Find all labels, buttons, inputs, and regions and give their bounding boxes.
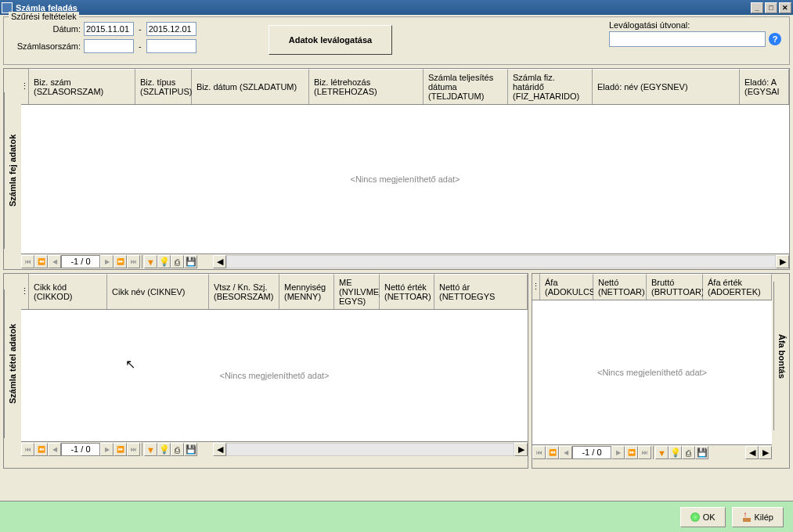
grid2-col[interactable]: Vtsz / Kn. Szj. (BESORSZAM) <box>209 274 279 309</box>
nav-next-icon[interactable]: ▶ <box>611 446 625 459</box>
print-icon[interactable]: ⎙ <box>171 443 184 456</box>
ok-button[interactable]: OK <box>680 507 726 527</box>
nav-prevpg-icon[interactable]: ⏪ <box>546 446 559 459</box>
save-icon[interactable]: 💾 <box>695 446 708 459</box>
row-selector-icon[interactable]: ⋮ <box>21 69 29 104</box>
nav-next-icon[interactable]: ▶ <box>100 255 114 268</box>
grid2-col[interactable]: ME (NYILVME_MERTEK EGYS) <box>334 274 380 309</box>
nav-nextpg-icon[interactable]: ⏩ <box>114 255 127 268</box>
scroll-right-icon[interactable]: ▶ <box>514 443 528 456</box>
nav-nextpg-icon[interactable]: ⏩ <box>114 443 127 456</box>
nav-first-icon[interactable]: ⏮ <box>532 446 546 459</box>
grid1-tab[interactable]: Számla fej adatok <box>4 92 20 249</box>
nav-counter: -1 / 0 <box>61 255 100 268</box>
grid1-header: ⋮ Biz. szám (SZLASORSZAM) Biz. típus (SZ… <box>21 69 789 105</box>
nav-prev-icon[interactable]: ◀ <box>48 443 61 456</box>
grid1-panel: Számla fej adatok ⋮ Biz. szám (SZLASORSZ… <box>3 68 790 270</box>
grid3-empty: <Nincs megjeleníthető adat> <box>597 368 707 377</box>
grid2-col[interactable]: Cikk név (CIKNEV) <box>107 274 209 309</box>
date-label: Dátum: <box>10 24 81 34</box>
grid1-col[interactable]: Biz. létrehozás (LETREHOZAS) <box>309 69 424 104</box>
filter-fieldset: Szűrési feltételek Dátum: - Számlasorszá… <box>3 16 790 65</box>
fetch-button[interactable]: Adatok leválogatása <box>269 25 392 55</box>
footer: OK Kilép <box>0 501 793 532</box>
dash: - <box>139 41 142 51</box>
dash: - <box>139 24 142 34</box>
path-input[interactable] <box>609 31 766 47</box>
nav-first-icon[interactable]: ⏮ <box>21 255 34 268</box>
nav-counter: -1 / 0 <box>572 446 611 459</box>
ok-icon <box>690 512 700 522</box>
scroll-right-icon[interactable]: ▶ <box>759 446 772 459</box>
grid2-col[interactable]: Cikk kód (CIKKOD) <box>29 274 107 309</box>
close-button[interactable]: ✕ <box>779 2 791 13</box>
row-selector-icon[interactable]: ⋮ <box>532 274 540 300</box>
maximize-button[interactable]: □ <box>765 2 777 13</box>
exit-button[interactable]: Kilép <box>732 507 784 527</box>
grid1-col[interactable]: Eladó: A (EGYSAI <box>740 69 789 104</box>
grid1-col[interactable]: Biz. típus (SZLATIPUS) <box>135 69 192 104</box>
grid3-col[interactable]: Áfa (ADOKULCS) <box>540 274 593 300</box>
scroll-track[interactable] <box>226 255 776 268</box>
hscroll[interactable]: ◀ ▶ <box>213 443 528 456</box>
grid3-tab[interactable]: Áfa bontás <box>773 282 789 430</box>
nav-prevpg-icon[interactable]: ⏪ <box>34 255 48 268</box>
bulb-icon[interactable]: 💡 <box>157 443 171 456</box>
minimize-button[interactable]: _ <box>751 2 763 13</box>
nav-prev-icon[interactable]: ◀ <box>48 255 61 268</box>
nav-prev-icon[interactable]: ◀ <box>559 446 572 459</box>
hscroll[interactable]: ◀ ▶ <box>213 255 789 268</box>
invno-to-input[interactable] <box>146 39 196 53</box>
titlebar: Számla feladás _ □ ✕ <box>0 0 793 15</box>
date-to-input[interactable] <box>146 22 196 36</box>
nav-next-icon[interactable]: ▶ <box>100 443 114 456</box>
grid2-col[interactable]: Nettó érték (NETTOAR) <box>380 274 434 309</box>
filter-icon[interactable]: ▼ <box>144 255 157 268</box>
grid1-col[interactable]: Számla teljesítés dátuma (TELJDATUM) <box>424 69 508 104</box>
invno-from-input[interactable] <box>84 39 134 53</box>
nav-last-icon[interactable]: ⏭ <box>127 255 140 268</box>
help-icon[interactable]: ? <box>769 33 781 45</box>
grid1-col[interactable]: Biz. szám (SZLASORSZAM) <box>29 69 135 104</box>
grid2-body: <Nincs megjeleníthető adat> <box>21 310 528 441</box>
nav-first-icon[interactable]: ⏮ <box>21 443 34 456</box>
grid2-tab[interactable]: Számla tétel adatok <box>4 289 20 438</box>
grid3-body: <Nincs megjeleníthető adat> <box>532 300 772 444</box>
grid1-nav: ⏮ ⏪ ◀ -1 / 0 ▶ ⏩ ⏭ ▼ 💡 ⎙ 💾 ◀ ▶ <box>21 253 789 269</box>
path-label: Leválogatási útvonal: <box>609 20 781 30</box>
window-title: Számla feladás <box>16 3 749 13</box>
grid3-col[interactable]: Áfa érték (ADOERTEK) <box>703 274 772 300</box>
bulb-icon[interactable]: 💡 <box>669 446 682 459</box>
grid3-header: ⋮ Áfa (ADOKULCS) Nettó (NETTOAR) Bruttó … <box>532 274 772 300</box>
save-icon[interactable]: 💾 <box>184 443 197 456</box>
print-icon[interactable]: ⎙ <box>682 446 695 459</box>
date-from-input[interactable] <box>84 22 134 36</box>
grid1-col[interactable]: Eladó: név (EGYSNEV) <box>593 69 740 104</box>
row-selector-icon[interactable]: ⋮ <box>21 274 29 309</box>
grid2-col[interactable]: Mennyiség (MENNY) <box>279 274 334 309</box>
grid1-col[interactable]: Biz. dátum (SZLADATUM) <box>192 69 309 104</box>
scroll-track[interactable] <box>226 443 514 456</box>
scroll-left-icon[interactable]: ◀ <box>213 255 226 268</box>
grid3-col[interactable]: Bruttó (BRUTTOAR) <box>647 274 703 300</box>
scroll-left-icon[interactable]: ◀ <box>213 443 226 456</box>
grid2-empty: <Nincs megjeleníthető adat> <box>219 371 329 380</box>
grid3-col[interactable]: Nettó (NETTOAR) <box>593 274 647 300</box>
nav-nextpg-icon[interactable]: ⏩ <box>625 446 638 459</box>
grid1-col[interactable]: Számla fiz. határidő (FIZ_HATARIDO) <box>508 69 593 104</box>
grid3-panel: Áfa bontás ⋮ Áfa (ADOKULCS) Nettó (NETTO… <box>532 273 790 469</box>
nav-counter: -1 / 0 <box>61 443 100 456</box>
scroll-right-icon[interactable]: ▶ <box>776 255 789 268</box>
nav-last-icon[interactable]: ⏭ <box>638 446 651 459</box>
nav-prevpg-icon[interactable]: ⏪ <box>34 443 48 456</box>
scroll-left-icon[interactable]: ◀ <box>745 446 759 459</box>
filter-legend: Szűrési feltételek <box>9 12 79 21</box>
save-icon[interactable]: 💾 <box>184 255 197 268</box>
filter-icon[interactable]: ▼ <box>655 446 669 459</box>
bulb-icon[interactable]: 💡 <box>157 255 171 268</box>
filter-icon[interactable]: ▼ <box>144 443 157 456</box>
print-icon[interactable]: ⎙ <box>171 255 184 268</box>
exit-label: Kilép <box>755 512 773 522</box>
nav-last-icon[interactable]: ⏭ <box>127 443 140 456</box>
grid2-col[interactable]: Nettó ár (NETTOEGYS <box>434 274 528 309</box>
